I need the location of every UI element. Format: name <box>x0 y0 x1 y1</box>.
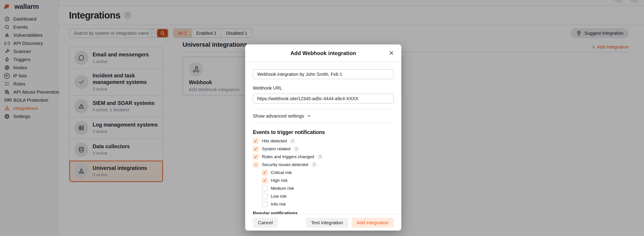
close-icon <box>389 50 394 56</box>
checkbox-label: Rules and triggers changed <box>262 154 314 159</box>
checkbox[interactable]: ✓− <box>262 170 268 175</box>
checkbox-label: Hits detected <box>262 139 287 143</box>
test-integration-button[interactable]: Test integration <box>306 218 348 228</box>
event-row-system-related: ✓− System related ? <box>253 146 394 152</box>
close-button[interactable] <box>388 49 395 57</box>
help-icon[interactable]: ? <box>312 162 317 167</box>
webhook-url-label: Webhook URL <box>253 86 394 91</box>
check-icon: ✓ <box>254 139 258 143</box>
checkbox-label: Medium risk <box>271 186 294 191</box>
modal-title: Add Webhook integration <box>245 50 401 56</box>
check-icon: ✓ <box>263 171 266 175</box>
modal-header: Add Webhook integration <box>245 45 401 62</box>
checkbox[interactable]: ✓− <box>253 154 259 160</box>
event-row-medium-risk: ✓− Medium risk <box>262 185 394 191</box>
add-webhook-integration-modal: Add Webhook integration Webhook URL Show… <box>245 45 401 230</box>
checkbox[interactable]: ✓− <box>262 201 268 207</box>
add-integration-button[interactable]: Add integration <box>352 218 394 228</box>
check-icon: ✓ <box>254 155 258 159</box>
checkbox-label: Critical risk <box>271 170 292 175</box>
events-heading: Events to trigger notifications <box>253 129 394 135</box>
show-advanced-settings-toggle[interactable]: Show advanced settings <box>253 113 394 119</box>
checkbox[interactable]: ✓− <box>262 185 268 191</box>
checkbox[interactable]: ✓− <box>253 138 259 144</box>
minus-icon: − <box>254 163 257 167</box>
webhook-url-input[interactable] <box>253 94 394 104</box>
help-icon[interactable]: ? <box>294 146 299 152</box>
checkbox-label: High risk <box>271 178 288 183</box>
checkbox[interactable]: ✓− <box>262 178 268 183</box>
checkbox[interactable]: ✓− <box>262 193 268 199</box>
checkbox-label: Security issues detected <box>262 162 308 167</box>
modal-footer: Cancel Test integration Add integration <box>245 214 401 230</box>
modal-body: Webhook URL Show advanced settings Event… <box>245 62 401 214</box>
event-row-info-risk: ✓− Info risk <box>262 201 394 207</box>
advanced-settings-label: Show advanced settings <box>253 113 304 119</box>
event-row-high-risk: ✓− High risk <box>262 178 394 183</box>
integration-name-input[interactable] <box>253 69 394 79</box>
divider <box>253 109 394 109</box>
event-row-low-risk: ✓− Low risk <box>262 193 394 199</box>
help-icon[interactable]: ? <box>290 138 296 144</box>
event-row-hits-detected: ✓− Hits detected ? <box>253 138 394 144</box>
check-icon: ✓ <box>263 178 266 183</box>
event-row-security-issues-detected: ✓− Security issues detected ? <box>253 162 394 168</box>
checkbox[interactable]: ✓− <box>253 162 259 168</box>
event-row-rules-triggers-changed: ✓− Rules and triggers changed ? <box>253 154 394 160</box>
checkbox-label: System related <box>262 146 290 151</box>
cancel-button[interactable]: Cancel <box>253 218 278 228</box>
event-row-critical-risk: ✓− Critical risk <box>262 170 394 175</box>
check-icon: ✓ <box>254 147 258 151</box>
divider <box>253 123 394 123</box>
chevron-down-icon <box>307 114 311 118</box>
checkbox-label: Info risk <box>271 202 286 207</box>
regular-notifications-heading: Regular notifications <box>253 211 394 214</box>
checkbox-label: Low risk <box>271 194 286 199</box>
help-icon[interactable]: ? <box>317 154 323 159</box>
checkbox[interactable]: ✓− <box>253 146 259 152</box>
